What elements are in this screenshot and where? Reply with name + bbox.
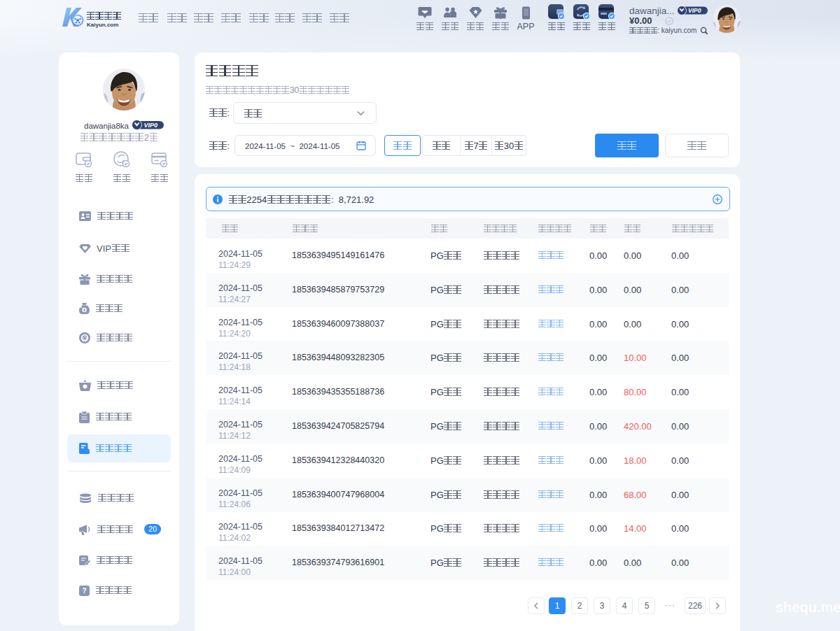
svg-text:VIP0: VIP0: [688, 7, 701, 14]
svg-text:O: O: [83, 335, 87, 341]
svg-text:?: ?: [82, 587, 86, 595]
svg-text:VIP0: VIP0: [144, 122, 158, 129]
